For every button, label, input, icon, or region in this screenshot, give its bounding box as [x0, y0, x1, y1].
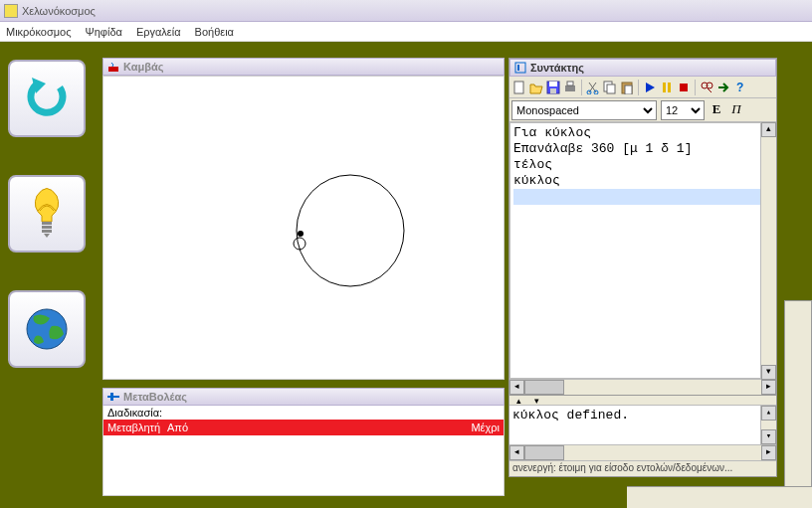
- variables-empty: [103, 435, 504, 495]
- svg-rect-0: [42, 222, 52, 225]
- code-cursor-line: [513, 189, 773, 205]
- font-select[interactable]: Monospaced: [511, 100, 657, 120]
- scroll-up-icon[interactable]: ▴: [761, 122, 776, 137]
- editor-panel: Συντάκτης ? Monospaced 12 E Π: [508, 58, 777, 477]
- idea-button[interactable]: [8, 175, 86, 253]
- output-vscroll[interactable]: ▴ ▾: [760, 406, 776, 444]
- undo-button[interactable]: [8, 60, 86, 137]
- code-area[interactable]: Για κύκλος Επανάλαβε 360 [μ 1 δ 1] τέλος…: [509, 122, 776, 379]
- window-title: Χελωνόκοσμος: [22, 5, 96, 17]
- code-line: Για κύκλος: [513, 125, 773, 141]
- menu-component[interactable]: Ψηφίδα: [86, 26, 122, 38]
- scroll-thumb[interactable]: [524, 445, 564, 460]
- paste-button[interactable]: [619, 80, 635, 95]
- variables-header[interactable]: ΜεταΒολέας: [102, 388, 505, 406]
- cut-button[interactable]: [585, 80, 601, 95]
- size-select[interactable]: 12: [661, 100, 705, 120]
- output-hscroll[interactable]: ◂ ▸: [509, 444, 776, 460]
- svg-rect-22: [607, 85, 615, 93]
- globe-button[interactable]: [8, 290, 86, 368]
- save-button[interactable]: [545, 80, 561, 95]
- svg-rect-18: [567, 82, 573, 85]
- svg-rect-10: [110, 393, 113, 401]
- app-icon: [4, 4, 18, 18]
- find-button[interactable]: [699, 80, 714, 95]
- copy-button[interactable]: [602, 80, 618, 95]
- menu-bar: Μικρόκοσμος Ψηφίδα Εργαλεία Βοήθεια: [0, 22, 812, 42]
- play-button[interactable]: [642, 80, 658, 95]
- code-line: τέλος: [513, 157, 773, 173]
- code-vscroll[interactable]: ▴ ▾: [760, 122, 776, 380]
- svg-rect-15: [549, 82, 557, 86]
- menu-help[interactable]: Βοήθεια: [195, 26, 234, 38]
- scroll-down-icon[interactable]: ▾: [761, 365, 776, 380]
- print-icon: [563, 81, 577, 94]
- scroll-right-icon[interactable]: ▸: [761, 380, 776, 395]
- scroll-track[interactable]: [524, 380, 761, 395]
- code-hscroll[interactable]: ◂ ▸: [509, 379, 776, 395]
- code-line: Επανάλαβε 360 [μ 1 δ 1]: [513, 141, 773, 157]
- output-area[interactable]: κύκλος defined. ▴ ▾: [509, 405, 776, 444]
- svg-rect-26: [668, 83, 671, 92]
- print-button[interactable]: [562, 80, 578, 95]
- status-line: ανενεργή: έτοιμη για είσοδο εντολών/δεδο…: [509, 460, 776, 476]
- variables-body: Διαδικασία: Μεταβλητή Από Μέχρι: [102, 406, 505, 496]
- slider-icon: [107, 391, 119, 403]
- right-dock-edge[interactable]: [784, 300, 812, 489]
- svg-rect-5: [108, 67, 118, 72]
- goto-button[interactable]: [715, 80, 731, 95]
- java-icon: [107, 61, 119, 73]
- col-variable: Μεταβλητή: [107, 422, 167, 433]
- scroll-track[interactable]: [524, 445, 761, 460]
- svg-rect-13: [514, 82, 523, 93]
- bottom-dock-edge[interactable]: [627, 486, 812, 508]
- splitter-toggles: ▴ ▾: [509, 395, 776, 405]
- font-row: Monospaced 12 E Π: [509, 98, 776, 122]
- editor-icon: [514, 62, 526, 74]
- editor-toolbar: ?: [509, 77, 776, 98]
- variables-panel: ΜεταΒολέας Διαδικασία: Μεταβλητή Από Μέχ…: [102, 388, 505, 496]
- svg-rect-12: [517, 65, 519, 71]
- lightbulb-icon: [22, 186, 72, 242]
- canvas-area[interactable]: [102, 76, 505, 380]
- scroll-thumb[interactable]: [524, 380, 564, 395]
- italic-button[interactable]: Π: [728, 101, 744, 119]
- code-area-wrap: Για κύκλος Επανάλαβε 360 [μ 1 δ 1] τέλος…: [509, 122, 776, 395]
- scroll-left-icon[interactable]: ◂: [509, 445, 524, 460]
- find-icon: [700, 81, 713, 94]
- help-button[interactable]: ?: [732, 80, 748, 95]
- scroll-up-icon[interactable]: ▴: [761, 406, 776, 421]
- copy-icon: [603, 81, 617, 94]
- canvas-title: Καμβάς: [123, 61, 163, 73]
- stop-icon: [677, 81, 691, 94]
- svg-rect-1: [42, 226, 52, 229]
- svg-rect-25: [663, 83, 666, 92]
- svg-rect-27: [680, 84, 688, 91]
- globe-icon: [22, 304, 72, 354]
- pause-button[interactable]: [659, 80, 675, 95]
- expand-down-icon[interactable]: ▾: [527, 396, 545, 405]
- separator: [581, 80, 582, 95]
- canvas-header[interactable]: Καμβάς: [102, 58, 505, 76]
- variables-title: ΜεταΒολέας: [123, 391, 187, 403]
- menu-tools[interactable]: Εργαλεία: [136, 26, 181, 38]
- collapse-up-icon[interactable]: ▴: [509, 396, 527, 405]
- menu-microworld[interactable]: Μικρόκοσμος: [6, 26, 72, 38]
- new-button[interactable]: [511, 80, 527, 95]
- output-text: κύκλος defined.: [512, 408, 629, 423]
- scroll-right-icon[interactable]: ▸: [761, 445, 776, 460]
- save-icon: [546, 81, 560, 94]
- svg-text:?: ?: [736, 81, 743, 94]
- svg-rect-24: [625, 85, 632, 94]
- help-icon: ?: [733, 81, 747, 94]
- open-button[interactable]: [528, 80, 544, 95]
- editor-header[interactable]: Συντάκτης: [509, 59, 776, 77]
- scroll-down-icon[interactable]: ▾: [761, 429, 776, 444]
- work-area: Καμβάς ΜεταΒολέας Διαδικασία: Μεταβλητή …: [0, 42, 812, 508]
- stop-button[interactable]: [676, 80, 692, 95]
- cut-icon: [586, 81, 600, 94]
- bold-button[interactable]: E: [709, 101, 724, 119]
- scroll-left-icon[interactable]: ◂: [509, 380, 524, 395]
- editor-title: Συντάκτης: [530, 62, 584, 74]
- window-titlebar: Χελωνόκοσμος: [0, 0, 812, 22]
